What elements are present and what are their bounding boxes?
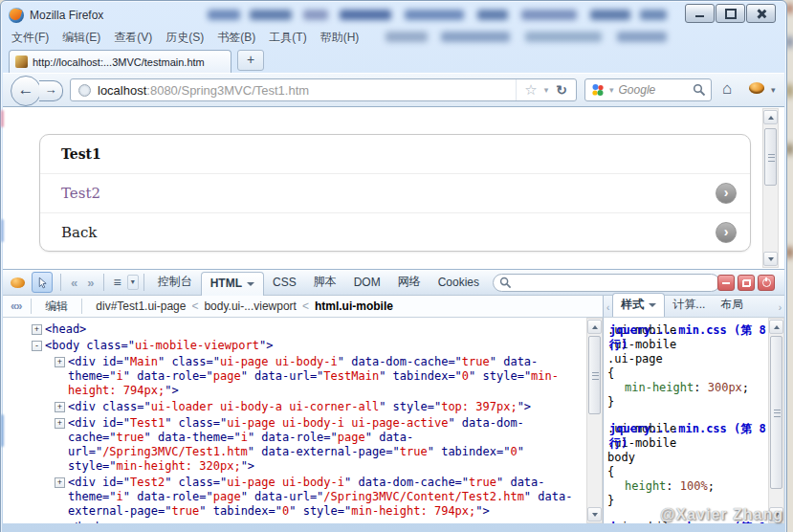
urlbar-dropdown-icon[interactable]: ▾ <box>541 85 552 95</box>
inspect-element-icon[interactable] <box>32 272 53 293</box>
chevron-right-icon[interactable]: › <box>716 222 737 243</box>
breadcrumb-item[interactable]: body.ui-...viewport <box>202 299 298 313</box>
restore-button[interactable] <box>716 4 745 23</box>
close-button[interactable] <box>746 4 776 23</box>
new-tab-button[interactable]: + <box>237 50 264 71</box>
back-button[interactable]: ← <box>11 76 41 106</box>
search-magnifier-icon[interactable] <box>693 83 706 97</box>
stylesheet-link[interactable]: jquery....min.css (第 8 行) <box>609 422 770 451</box>
html-tree-node[interactable]: +<div id="Test2" class="ui-page ui-body-… <box>3 476 587 519</box>
menu-item-4[interactable]: 书签(B) <box>210 28 262 48</box>
css-declaration[interactable]: min-height: 300px; <box>607 381 770 395</box>
censored-blur <box>1 414 4 447</box>
google-logo-icon[interactable] <box>591 83 605 97</box>
expander-toggle[interactable]: + <box>55 418 65 429</box>
expander-toggle[interactable]: + <box>55 477 65 488</box>
history-back-icon[interactable]: « <box>66 276 82 290</box>
minimize-button[interactable] <box>685 4 715 23</box>
scroll-up-arrow[interactable] <box>763 110 778 124</box>
css-selector[interactable]: .ui-page <box>607 352 770 366</box>
firebug-menu-icon[interactable] <box>11 277 25 288</box>
tree-scrollbar[interactable] <box>586 318 603 523</box>
side-tab-布局[interactable]: 布局 <box>713 294 751 317</box>
scroll-thumb[interactable] <box>770 336 782 489</box>
expander-toggle[interactable]: + <box>55 357 65 367</box>
censored-blur <box>521 10 577 20</box>
page-scrollbar[interactable] <box>762 108 779 268</box>
search-box[interactable]: ▾ <box>584 78 712 101</box>
title-bar[interactable]: Mozilla Firefox <box>5 4 782 26</box>
firebug-tab-cookies[interactable]: Cookies <box>430 271 488 295</box>
list-item[interactable]: Test2› <box>40 174 750 213</box>
css-declaration[interactable]: height: 100%; <box>607 479 770 494</box>
firebug-tab-css[interactable]: CSS <box>264 271 305 295</box>
browser-tab[interactable]: http://localhost:...3MVC/testmain.htm <box>9 50 231 73</box>
toolbar-overflow-icon[interactable]: ▾ <box>771 85 776 95</box>
scroll-thumb[interactable] <box>764 128 777 186</box>
code-brackets-icon[interactable]: «» <box>3 299 29 313</box>
expander-toggle[interactable]: + <box>32 324 42 335</box>
html-tree-node[interactable]: +<div class="ui-loader ui-body-a ui-corn… <box>3 400 587 414</box>
censored-blur <box>477 10 508 20</box>
html-tree-node[interactable]: +<div id="Main" class="ui-page ui-body-i… <box>3 355 587 398</box>
firebug-toolbar-icon[interactable] <box>749 82 764 94</box>
firebug-minimize-button[interactable] <box>717 275 735 291</box>
side-tab-样式[interactable]: 样式 <box>612 293 665 317</box>
scroll-thumb[interactable] <box>588 336 601 414</box>
stylesheet-link[interactable]: jquery....min.css (第 8 行) <box>609 323 770 352</box>
attr-value: TestMain <box>323 369 379 383</box>
reload-icon[interactable]: ↻ <box>551 82 572 98</box>
firebug-tab-控制台[interactable]: 控制台 <box>149 269 201 296</box>
menu-item-6[interactable]: 帮助(H) <box>314 28 366 48</box>
side-tab-计算...[interactable]: 计算... <box>665 294 713 317</box>
list-item[interactable]: Back› <box>40 213 750 252</box>
edit-button[interactable]: 编辑 <box>33 299 79 315</box>
scroll-up-arrow[interactable] <box>587 320 602 334</box>
menu-item-5[interactable]: 工具(T) <box>262 28 313 48</box>
menu-item-1[interactable]: 编辑(E) <box>55 28 107 48</box>
scroll-down-arrow[interactable] <box>587 507 602 521</box>
firebug-tab-html[interactable]: HTML <box>201 272 264 296</box>
chevron-right-icon[interactable]: › <box>716 183 737 204</box>
breadcrumb-item[interactable]: div#Test1.ui-page <box>94 299 187 313</box>
html-tree-node[interactable]: +<div id="Test1" class="ui-page ui-body-… <box>3 416 587 474</box>
tabs-scroll-left-icon[interactable]: ‹ <box>604 302 612 317</box>
address-bar[interactable]: localhost :8080/Spring3MVC/Test1.htm ☆ ▾… <box>70 78 577 101</box>
firebug-close-button[interactable] <box>758 275 775 291</box>
tabs-scroll-right-icon[interactable]: › <box>776 302 784 317</box>
search-input[interactable] <box>617 82 693 98</box>
home-button[interactable]: ⌂ <box>722 79 732 99</box>
scroll-down-arrow[interactable] <box>763 252 778 266</box>
html-tree-node[interactable]: </body> <box>3 521 587 523</box>
firebug-tab-网络[interactable]: 网络 <box>389 269 430 296</box>
firebug-tab-脚本[interactable]: 脚本 <box>305 269 345 296</box>
html-tree-node[interactable]: +<head> <box>3 322 587 337</box>
menu-item-2[interactable]: 查看(V) <box>107 28 159 48</box>
panel-options-caret-icon[interactable]: ▾ <box>127 275 139 290</box>
html-tree-node[interactable]: -<body class="ui-mobile-viewport"> <box>3 339 587 353</box>
history-forward-icon[interactable]: » <box>82 276 99 290</box>
expander-toggle[interactable]: - <box>32 341 42 351</box>
attr-value: /Spring3MVC/Content/Test2.htm <box>323 490 524 503</box>
firebug-search-input[interactable] <box>516 277 714 290</box>
search-engine-dropdown-icon[interactable]: ▾ <box>606 85 617 95</box>
menu-item-3[interactable]: 历史(S) <box>159 28 210 48</box>
css-brace: } <box>607 395 770 410</box>
menu-item-0[interactable]: 文件(F) <box>5 28 55 48</box>
panel-list-icon[interactable]: ≡ <box>109 275 124 290</box>
tag-markup: "> <box>241 459 254 473</box>
style-scrollbar[interactable] <box>768 318 784 523</box>
firebug-tab-dom[interactable]: DOM <box>345 271 389 295</box>
tag-markup: "> <box>518 400 531 413</box>
censored-blur <box>405 10 464 20</box>
firebug-search-box[interactable] <box>493 274 720 292</box>
firebug-detach-button[interactable] <box>738 275 755 291</box>
attr-value: page <box>213 490 241 503</box>
forward-button[interactable]: → <box>39 80 63 101</box>
site-identity-globe-icon[interactable] <box>78 84 91 97</box>
expander-toggle[interactable]: + <box>55 402 65 412</box>
css-selector[interactable]: body <box>607 451 770 465</box>
breadcrumb-item[interactable]: html.ui-mobile <box>313 299 395 313</box>
bookmark-star-icon[interactable]: ☆ <box>520 81 540 99</box>
scroll-up-arrow[interactable] <box>769 320 783 334</box>
